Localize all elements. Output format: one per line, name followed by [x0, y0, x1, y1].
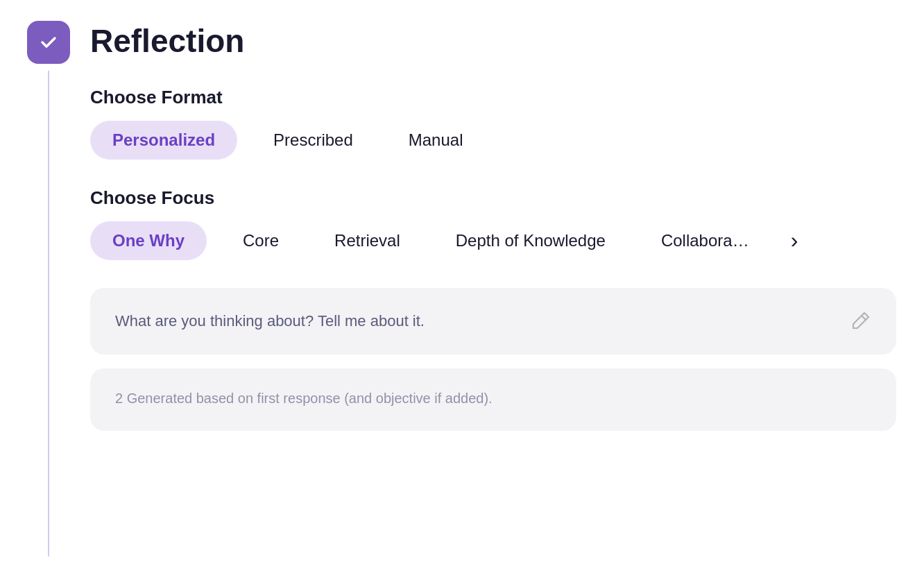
edit-icon[interactable]: [849, 310, 871, 332]
generated-text: 2 Generated based on first response (and…: [115, 391, 493, 406]
focus-option-collaboration[interactable]: Collabora…: [642, 221, 769, 260]
checkmark-icon: [37, 31, 60, 53]
format-option-prescribed[interactable]: Prescribed: [254, 121, 373, 160]
left-accent: [21, 21, 76, 556]
chevron-right-icon: ›: [791, 228, 798, 253]
focus-scroll-right-button[interactable]: ›: [785, 228, 804, 253]
focus-option-retrieval[interactable]: Retrieval: [315, 221, 420, 260]
format-option-manual[interactable]: Manual: [389, 121, 483, 160]
focus-option-one-why[interactable]: One Why: [90, 221, 207, 260]
vertical-divider: [48, 71, 49, 556]
focus-option-depth-of-knowledge[interactable]: Depth of Knowledge: [436, 221, 625, 260]
focus-section-label: Choose Focus: [90, 187, 896, 209]
generated-box: 2 Generated based on first response (and…: [90, 368, 896, 431]
content-area: Reflection Choose Format Personalized Pr…: [76, 21, 924, 556]
prompt-text: What are you thinking about? Tell me abo…: [115, 312, 425, 330]
prompt-box: What are you thinking about? Tell me abo…: [90, 288, 896, 355]
format-row: Personalized Prescribed Manual: [90, 121, 896, 160]
format-section-label: Choose Format: [90, 87, 896, 108]
page-title: Reflection: [90, 24, 896, 59]
check-badge: [27, 21, 70, 64]
page-container: Reflection Choose Format Personalized Pr…: [0, 0, 924, 577]
format-option-personalized[interactable]: Personalized: [90, 121, 237, 160]
focus-option-core[interactable]: Core: [223, 221, 298, 260]
focus-row: One Why Core Retrieval Depth of Knowledg…: [90, 221, 896, 260]
